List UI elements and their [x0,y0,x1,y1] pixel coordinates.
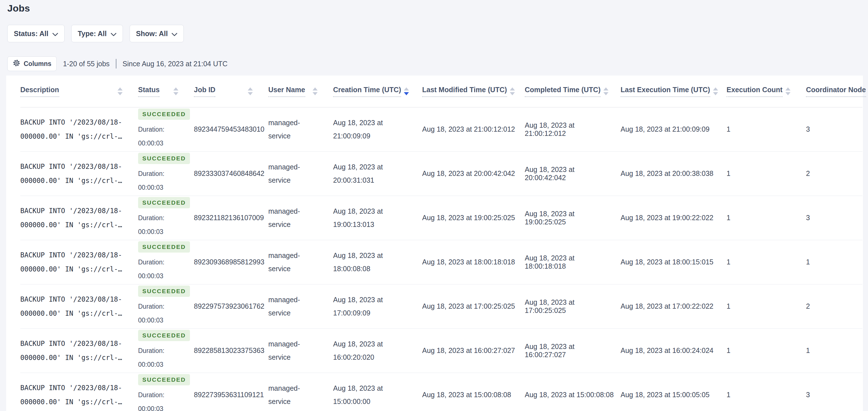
duration-value: 00:00:03 [138,137,187,150]
cell-coordinator-node: 3 [806,107,862,151]
filter-show-dropdown[interactable]: Show: All [130,25,184,42]
table-row[interactable]: BACKUP INTO '/2023/08/18- 000000.00' IN … [20,284,862,328]
cell-description: BACKUP INTO '/2023/08/18- 000000.00' IN … [20,151,138,196]
cell-coordinator-node: 2 [806,151,862,196]
cell-description: BACKUP INTO '/2023/08/18- 000000.00' IN … [20,328,138,373]
filter-status-dropdown[interactable]: Status: All [7,25,65,42]
duration-label: Duration: [138,167,187,181]
sort-descending-icon [785,92,790,95]
column-header-description[interactable]: Description [20,76,138,107]
cell-execution-count: 1 [726,196,806,240]
duration-value: 00:00:03 [138,314,187,327]
cell-user-name: managed- service [268,373,333,411]
status-badge: SUCCEEDED [138,241,190,253]
cell-creation-time: Aug 18, 2023 at 15:00:00:00 [333,373,422,411]
sort-descending-icon [404,92,409,95]
table-row[interactable]: BACKUP INTO '/2023/08/18- 000000.00' IN … [20,328,862,373]
jobs-page: Jobs Status: All Type: All Show: All [0,0,868,411]
cell-user-name: managed- service [268,328,333,373]
cell-description: BACKUP INTO '/2023/08/18- 000000.00' IN … [20,284,138,328]
sort-ascending-icon [248,87,253,90]
page-title: Jobs [7,3,30,14]
cell-status: SUCCEEDED Duration: 00:00:03 [138,373,194,411]
chevron-down-icon [53,30,58,38]
cell-job-id: 892273953631109121 [194,373,268,411]
cell-last-execution-time: Aug 18, 2023 at 18:00:15:015 [621,240,726,284]
sort-icons [510,87,515,95]
cell-creation-time: Aug 18, 2023 at 20:00:31:031 [333,151,422,196]
duration-value: 00:00:03 [138,181,187,195]
column-header-coordinator-node[interactable]: Coordinator Node [806,76,862,107]
cell-completed-time: Aug 18, 2023 at 16:00:27:027 [525,328,621,373]
cell-user-name: managed- service [268,196,333,240]
column-header-last-modified-time-utc[interactable]: Last Modified Time (UTC) [422,76,525,107]
cell-execution-count: 1 [726,373,806,411]
sort-descending-icon [173,92,178,95]
column-header-status[interactable]: Status [138,76,194,107]
table-row[interactable]: BACKUP INTO '/2023/08/18- 000000.00' IN … [20,107,862,151]
cell-status: SUCCEEDED Duration: 00:00:03 [138,196,194,240]
columns-button[interactable]: Columns [7,56,57,71]
cell-completed-time: Aug 18, 2023 at 20:00:42:042 [525,151,621,196]
table-row[interactable]: BACKUP INTO '/2023/08/18- 000000.00' IN … [20,240,862,284]
filters-bar: Status: All Type: All Show: All [7,25,184,42]
cell-user-name: managed- service [268,284,333,328]
sort-ascending-icon [173,87,178,90]
cell-last-execution-time: Aug 18, 2023 at 15:00:05:05 [621,373,726,411]
table-row[interactable]: BACKUP INTO '/2023/08/18- 000000.00' IN … [20,373,862,411]
cell-execution-count: 1 [726,240,806,284]
sort-ascending-icon [713,87,718,90]
cell-job-id: 892309368985812993 [194,240,268,284]
sort-descending-icon [713,92,718,95]
toolbar-divider [116,59,116,68]
sort-icons [713,87,718,95]
column-header-creation-time-utc[interactable]: Creation Time (UTC) [333,76,422,107]
sort-descending-icon [313,92,318,95]
cell-status: SUCCEEDED Duration: 00:00:03 [138,107,194,151]
cell-status: SUCCEEDED Duration: 00:00:03 [138,240,194,284]
gear-icon [13,59,20,68]
cell-last-execution-time: Aug 18, 2023 at 17:00:22:022 [621,284,726,328]
cell-coordinator-node: 2 [806,284,862,328]
cell-status: SUCCEEDED Duration: 00:00:03 [138,328,194,373]
cell-description: BACKUP INTO '/2023/08/18- 000000.00' IN … [20,373,138,411]
cell-completed-time: Aug 18, 2023 at 19:00:25:025 [525,196,621,240]
cell-execution-count: 1 [726,107,806,151]
cell-completed-time: Aug 18, 2023 at 21:00:12:012 [525,107,621,151]
table-row[interactable]: BACKUP INTO '/2023/08/18- 000000.00' IN … [20,151,862,196]
sort-icons [785,87,790,95]
sort-ascending-icon [404,87,409,90]
cell-creation-time: Aug 18, 2023 at 18:00:08:08 [333,240,422,284]
column-header-last-execution-time-utc[interactable]: Last Execution Time (UTC) [621,76,726,107]
table-header-row: Description Status Job ID User Name [20,76,862,107]
cell-last-execution-time: Aug 18, 2023 at 19:00:22:022 [621,196,726,240]
sort-ascending-icon [785,87,790,90]
sort-icons [118,87,123,95]
cell-last-execution-time: Aug 18, 2023 at 16:00:24:024 [621,328,726,373]
cell-coordinator-node: 1 [806,328,862,373]
sort-descending-icon [248,92,253,95]
cell-last-modified-time: Aug 18, 2023 at 18:00:18:018 [422,240,525,284]
column-header-user-name[interactable]: User Name [268,76,333,107]
duration-value: 00:00:03 [138,358,187,372]
sort-icons [404,87,409,95]
cell-description: BACKUP INTO '/2023/08/18- 000000.00' IN … [20,196,138,240]
jobs-table: Description Status Job ID User Name [20,76,862,411]
table-row[interactable]: BACKUP INTO '/2023/08/18- 000000.00' IN … [20,196,862,240]
column-header-execution-count[interactable]: Execution Count [726,76,806,107]
cell-last-modified-time: Aug 18, 2023 at 15:00:08:08 [422,373,525,411]
sort-icons [603,87,609,95]
chevron-down-icon [111,30,116,38]
column-header-job-id[interactable]: Job ID [194,76,268,107]
column-header-completed-time-utc[interactable]: Completed Time (UTC) [525,76,621,107]
sort-icons [248,87,253,95]
cell-last-modified-time: Aug 18, 2023 at 21:00:12:012 [422,107,525,151]
status-badge: SUCCEEDED [138,330,190,341]
cell-completed-time: Aug 18, 2023 at 15:00:08:08 [525,373,621,411]
sort-descending-icon [118,92,123,95]
duration-value: 00:00:03 [138,225,187,239]
status-badge: SUCCEEDED [138,286,190,297]
sort-ascending-icon [313,87,318,90]
filter-type-dropdown[interactable]: Type: All [71,25,123,42]
columns-button-label: Columns [24,60,51,68]
